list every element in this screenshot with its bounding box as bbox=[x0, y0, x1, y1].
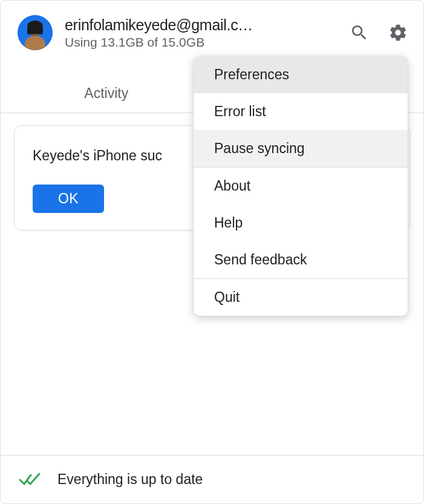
avatar[interactable] bbox=[18, 15, 53, 50]
menu-error-list[interactable]: Error list bbox=[194, 93, 408, 130]
menu-quit[interactable]: Quit bbox=[194, 279, 408, 316]
storage-usage: Using 13.1GB of 15.0GB bbox=[65, 35, 336, 50]
check-icon bbox=[19, 473, 41, 487]
menu-send-feedback[interactable]: Send feedback bbox=[194, 241, 408, 278]
sync-status: Everything is up to date bbox=[57, 471, 203, 488]
account-info: erinfolamikeyede@gmail.c… Using 13.1GB o… bbox=[65, 16, 336, 50]
menu-preferences[interactable]: Preferences bbox=[194, 56, 408, 93]
search-icon[interactable] bbox=[348, 22, 370, 44]
tab-activity[interactable]: Activity bbox=[1, 74, 212, 113]
menu-pause-syncing[interactable]: Pause syncing bbox=[194, 130, 408, 167]
settings-menu: Preferences Error list Pause syncing Abo… bbox=[194, 56, 408, 316]
menu-help[interactable]: Help bbox=[194, 205, 408, 241]
account-email: erinfolamikeyede@gmail.c… bbox=[65, 16, 295, 34]
ok-button[interactable]: OK bbox=[33, 185, 104, 213]
header-actions bbox=[348, 22, 409, 44]
menu-about[interactable]: About bbox=[194, 168, 408, 205]
footer: Everything is up to date bbox=[1, 455, 423, 503]
header: erinfolamikeyede@gmail.c… Using 13.1GB o… bbox=[1, 1, 423, 57]
gear-icon[interactable] bbox=[387, 22, 409, 44]
